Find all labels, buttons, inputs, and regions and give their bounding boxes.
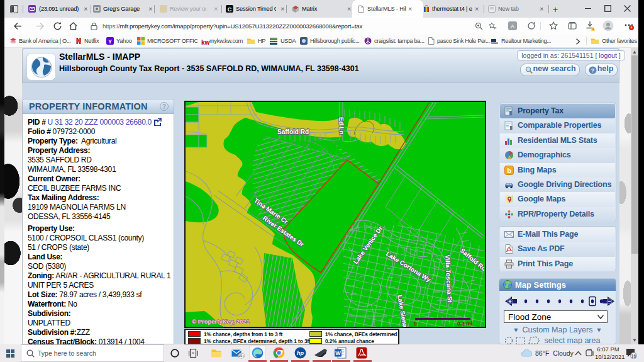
svg-text:Ed Ln: Ed Ln — [338, 117, 345, 135]
svg-text:Y: Y — [108, 38, 112, 45]
svg-text:© PropertyKey, 2021: © PropertyKey, 2021 — [192, 318, 250, 325]
svg-text:99+: 99+ — [238, 354, 245, 358]
svg-text:hp: hp — [297, 350, 304, 356]
svg-text:C: C — [228, 6, 232, 13]
svg-text:0: 0 — [414, 320, 417, 327]
svg-text:?: ? — [591, 67, 595, 74]
svg-text:!: ! — [592, 27, 593, 31]
svg-text:Saffold Rd: Saffold Rd — [277, 128, 309, 135]
svg-text:0.3 mi: 0.3 mi — [457, 320, 472, 327]
svg-text:16: 16 — [631, 354, 636, 358]
svg-text:W: W — [335, 350, 341, 356]
svg-text:A: A — [511, 23, 514, 30]
svg-text:b: b — [507, 166, 511, 174]
